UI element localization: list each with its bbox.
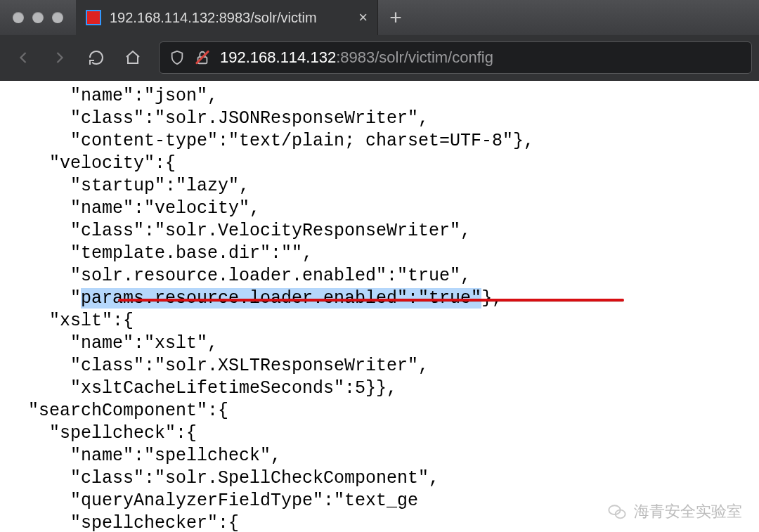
wechat-icon [606,502,628,521]
close-window-button[interactable] [13,12,24,23]
code-line: "name":"spellcheck", [7,445,752,467]
home-button[interactable] [117,41,149,74]
code-line: "name":"json", [7,85,752,108]
tabs-row: 192.168.114.132:8983/solr/victim × + [76,0,759,35]
home-icon [124,49,141,66]
minimize-window-button[interactable] [32,12,44,23]
code-line: "class":"solr.XSLTResponseWriter", [7,355,752,377]
code-line: "searchComponent":{ [7,400,752,422]
url-path: /solr/victim/config [375,48,493,66]
code-line: "class":"solr.JSONResponseWriter", [7,108,752,130]
window-chrome: 192.168.114.132:8983/solr/victim × + [0,0,759,81]
code-line: "name":"xslt", [7,332,752,355]
traffic-lights [0,12,76,23]
code-line: "class":"solr.SpellCheckComponent", [7,467,752,490]
url-host: 192.168.114.132 [220,48,336,66]
address-bar[interactable]: 192.168.114.132:8983/solr/victim/config [159,41,752,74]
code-line: "xsltCacheLifetimeSeconds":5}}, [7,377,752,400]
code-line: "template.base.dir":"", [7,242,752,265]
browser-tab[interactable]: 192.168.114.132:8983/solr/victim × [76,0,378,35]
watermark: 海青安全实验室 [606,501,742,522]
back-button[interactable] [7,41,39,74]
code-line: "solr.resource.loader.enabled":"true", [7,265,752,287]
code-line: "xslt":{ [7,310,752,332]
page-content[interactable]: "name":"json", "class":"solr.JSONRespons… [0,81,759,532]
new-tab-button[interactable]: + [378,0,413,35]
code-line: "velocity":{ [7,153,752,175]
close-tab-icon[interactable]: × [358,8,368,27]
lock-insecure-icon[interactable] [195,50,210,65]
url-port: :8983 [336,48,375,66]
code-line: "class":"solr.VelocityResponseWriter", [7,220,752,242]
watermark-text: 海青安全实验室 [634,501,742,522]
reload-icon [88,49,105,66]
reload-button[interactable] [80,41,112,74]
arrow-left-icon [13,48,33,67]
code-line: "name":"velocity", [7,197,752,220]
url-text: 192.168.114.132:8983/solr/victim/config [220,48,493,67]
zoom-window-button[interactable] [52,12,63,23]
titlebar: 192.168.114.132:8983/solr/victim × + [0,0,759,35]
tab-title: 192.168.114.132:8983/solr/victim [110,10,350,26]
arrow-right-icon [50,48,70,67]
toolbar: 192.168.114.132:8983/solr/victim/config [0,35,759,80]
favicon-icon [86,10,101,25]
code-line: "startup":"lazy", [7,175,752,197]
shield-icon[interactable] [169,50,185,65]
code-line: "content-type":"text/plain; charset=UTF-… [7,130,752,153]
code-line: "spellcheck":{ [7,422,752,445]
forward-button[interactable] [44,41,76,74]
underline-annotation [118,299,624,301]
